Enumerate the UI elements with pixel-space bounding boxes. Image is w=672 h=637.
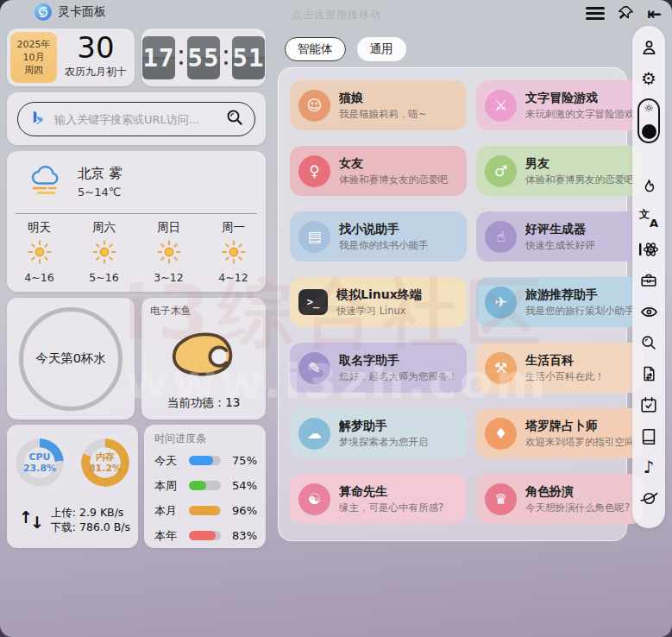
agent-title: 好评生成器 [525, 221, 595, 237]
roleplay-avatar: ♛ [485, 483, 517, 515]
weather-temp-range: 5~14℃ [78, 186, 122, 199]
titlebar[interactable]: 灵卡面板 点击这里拖拽移动 ⇤ [0, 0, 672, 26]
agent-card[interactable]: ♦塔罗牌占卜师欢迎来到塔罗的指引空间 [476, 408, 644, 458]
date-weekday: 周四 [24, 65, 43, 77]
tab-general[interactable]: 通用 [357, 37, 406, 61]
agent-card[interactable]: >_模拟Linux终端快速学习 Linux [290, 277, 467, 327]
memory-ring: 内存 81.2% [81, 438, 129, 487]
muyu-card: 电子木鱼 当前功德：13 [141, 298, 266, 419]
life-tips-avatar: ⚒ [485, 352, 517, 384]
thumbs-up-avatar: ☝ [485, 221, 517, 253]
file-convert-icon[interactable] [637, 363, 660, 385]
download-speed: 下载: 786.0 B/s [51, 520, 130, 534]
cat-girl-avatar: ☺ [298, 90, 330, 122]
agent-card[interactable]: ☺猫娘我是猫娘莉莉，喵~ [290, 80, 467, 130]
eye-icon[interactable] [637, 300, 660, 323]
lingka-panel-window: 灵卡面板 点击这里拖拽移动 ⇤ 2025年 10月 周四 30 农历九月初十 1… [0, 0, 672, 637]
agent-card[interactable]: ⚒生活百科生活小百科在此！ [476, 343, 644, 393]
agent-subtitle: 体验和赛博女友的恋爱吧 [339, 173, 449, 186]
agent-title: 文字冒险游戏 [525, 90, 635, 105]
agent-card[interactable]: ♀女友体验和赛博女友的恋爱吧 [290, 146, 467, 196]
agent-subtitle: 欢迎来到塔罗的指引空间 [525, 436, 635, 449]
search-bar[interactable] [17, 102, 255, 136]
forecast-day: 周日 3~12 [136, 220, 201, 284]
wooden-fish-icon[interactable] [167, 325, 240, 382]
progress-bar [189, 481, 221, 490]
clock-minutes: 55 [187, 36, 220, 79]
forecast-day: 周六 5~16 [72, 220, 136, 284]
agent-subtitle: 梦境探索者为您开启 [339, 436, 429, 449]
water-counter-button[interactable]: 今天第0杯水 [19, 307, 122, 411]
translate-icon[interactable]: 文A [637, 207, 660, 230]
user-icon[interactable] [637, 36, 660, 59]
settings-gear-icon[interactable]: ⚙ [637, 67, 660, 90]
light-mode-icon: ☼ [644, 103, 654, 114]
agent-subtitle: 我是你的找书小能手 [339, 239, 429, 252]
memory-value: 81.2% [89, 463, 122, 474]
agent-subtitle: 快速生成长好评 [525, 239, 595, 252]
cpu-ring: CPU 23.8% [16, 438, 64, 487]
weather-card[interactable]: 北京 雾 5~14℃ 明天 4~16 周六 5~16 周日 3~12 周一 [7, 151, 266, 292]
dream-avatar: ☁ [298, 418, 330, 450]
collapse-icon[interactable]: ⇤ [647, 6, 662, 22]
forecast-row: 明天 4~16 周六 5~16 周日 3~12 周一 4~12 [7, 220, 266, 284]
book-search-avatar: ▤ [298, 221, 330, 253]
toolbox-icon[interactable] [637, 269, 660, 292]
agent-subtitle: 生活小百科在此！ [525, 370, 605, 383]
clock-colon [224, 50, 228, 65]
agent-card[interactable]: ☯算命先生缘主，可是心中有所感? [290, 474, 467, 524]
agent-card[interactable]: ✎取名字助手您好，起名大师为您服务！ [290, 343, 467, 393]
agent-title: 取名字助手 [339, 352, 458, 368]
planet-icon[interactable] [637, 487, 660, 509]
agent-title: 旅游推荐助手 [525, 287, 635, 302]
clock-hours: 17 [142, 36, 175, 79]
search-input[interactable] [53, 112, 217, 127]
date-month: 10月 [23, 52, 45, 64]
sun-icon [91, 252, 117, 268]
water-card: 今天第0杯水 [7, 298, 135, 419]
menu-icon[interactable] [586, 6, 605, 22]
agent-card[interactable]: ♛角色扮演今天想扮演什么角色呢? [476, 474, 644, 524]
agent-title: 猫娘 [339, 90, 427, 105]
agent-title: 解梦助手 [339, 418, 429, 433]
notebook-icon[interactable] [637, 425, 660, 447]
updown-arrows-icon: ↑↓ [19, 509, 44, 530]
agent-subtitle: 体验和赛博男友的恋爱吧 [525, 173, 635, 186]
agent-card[interactable]: ▤找小说助手我是你的找书小能手 [290, 211, 467, 262]
flame-hot-icon[interactable] [637, 176, 660, 199]
drag-hint[interactable]: 点击这里拖拽移动 [292, 8, 381, 22]
pixel-adventurer-avatar: ⚔ [485, 90, 517, 122]
bing-logo-icon [28, 110, 45, 129]
progress-bar [189, 506, 221, 515]
search-icon[interactable] [637, 331, 660, 354]
progress-bar [189, 531, 221, 540]
tab-agents[interactable]: 智能体 [285, 37, 346, 61]
theme-toggle[interactable]: ☼ [637, 98, 660, 143]
calendar-check-icon[interactable] [637, 394, 660, 416]
agent-card[interactable]: ♂男友体验和赛博男友的恋爱吧 [476, 146, 644, 196]
agent-card[interactable]: ⚔文字冒险游戏来玩刺激的文字冒险游戏 [476, 80, 644, 130]
ai-agent-icon[interactable] [637, 238, 660, 261]
clock-card[interactable]: 17 55 51 [141, 28, 266, 86]
agent-card[interactable]: ✈旅游推荐助手我是您的旅行策划小助手 [476, 277, 644, 327]
agent-card[interactable]: ☁解梦助手梦境探索者为您开启 [290, 408, 467, 458]
agent-title: 塔罗牌占卜师 [525, 418, 635, 433]
progress-bar [189, 456, 221, 465]
agent-title: 生活百科 [525, 352, 605, 368]
pin-icon[interactable] [617, 4, 635, 22]
weather-city-condition: 北京 雾 [78, 165, 122, 183]
search-go-icon[interactable] [225, 108, 244, 130]
date-card[interactable]: 2025年 10月 周四 30 农历九月初十 [7, 28, 135, 86]
muyu-title: 电子木鱼 [150, 304, 192, 318]
progress-row: 本月 96% [144, 498, 266, 523]
linux-terminal-avatar: >_ [298, 289, 328, 315]
music-note-icon[interactable]: ♪ [637, 456, 660, 478]
baby-naming-avatar: ✎ [298, 352, 330, 384]
fortune-teller-avatar: ☯ [298, 483, 330, 515]
sidebar: ⚙ ☼ 文A ♪ [632, 26, 665, 528]
travel-landscape-avatar: ✈ [485, 287, 517, 318]
sun-icon [156, 252, 182, 268]
agent-card[interactable]: ☝好评生成器快速生成长好评 [476, 211, 644, 262]
date-day: 30 [57, 30, 135, 65]
divider [16, 213, 257, 214]
